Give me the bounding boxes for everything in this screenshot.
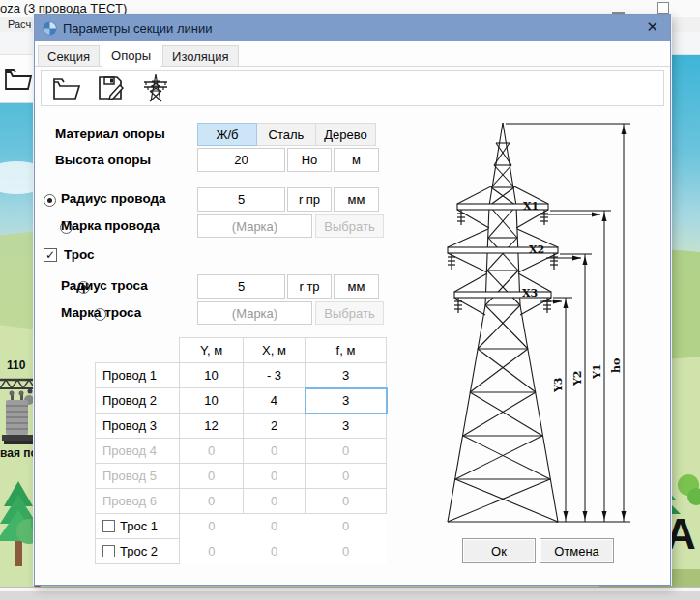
tab-towers[interactable]: Опоры bbox=[102, 43, 160, 67]
parent-window-title: oza (3 провода ТЕСТ) bbox=[0, 1, 127, 15]
cell-x: 0 bbox=[244, 514, 306, 539]
table-row-cable: Трос 1 0 0 0 bbox=[96, 514, 387, 539]
cell-x: 0 bbox=[244, 439, 306, 464]
dim-y1-label: Y1 bbox=[591, 363, 603, 380]
parent-menu-item[interactable]: Расч bbox=[8, 18, 31, 30]
table-row-disabled: Провод 4 0 0 0 bbox=[96, 439, 387, 464]
cell-y[interactable]: 10 bbox=[180, 363, 244, 388]
row-label: Провод 3 bbox=[96, 414, 180, 439]
material-option-concrete[interactable]: Ж/б bbox=[197, 123, 257, 146]
row-label-cable2: Трос 2 bbox=[96, 539, 180, 564]
header-y: Y, м bbox=[180, 338, 244, 363]
tab-insulation[interactable]: Изоляция bbox=[162, 45, 238, 67]
table-row-cable: Трос 2 0 0 0 bbox=[96, 539, 387, 564]
dim-y3-label: Y3 bbox=[552, 377, 565, 393]
cable1-checkbox[interactable] bbox=[102, 520, 115, 532]
save-button[interactable] bbox=[96, 73, 127, 102]
row-label: Провод 1 bbox=[96, 363, 180, 388]
cable-brand-input[interactable]: (Марка) bbox=[197, 301, 312, 325]
table-row: Провод 3 12 2 3 bbox=[96, 414, 387, 439]
dialog-section-parameters: Параметры секции линии ✕ Секция Опоры Из… bbox=[34, 14, 671, 586]
dim-x2-label: X2 bbox=[529, 243, 544, 256]
row-label-cable1: Трос 1 bbox=[96, 514, 180, 539]
wire-radius-input[interactable]: 5 bbox=[197, 187, 285, 212]
cable-checkbox[interactable]: ✓ bbox=[44, 248, 57, 262]
header-f: f, м bbox=[306, 338, 387, 363]
table-row-disabled: Провод 5 0 0 0 bbox=[96, 464, 387, 489]
tab-section[interactable]: Секция bbox=[38, 45, 100, 67]
material-option-steel[interactable]: Сталь bbox=[256, 123, 316, 146]
tower-button[interactable] bbox=[140, 73, 171, 102]
voltage-label: 110 bbox=[7, 358, 25, 372]
cell-f: 0 bbox=[306, 464, 387, 489]
cell-y: 0 bbox=[180, 539, 244, 564]
cell-f: 0 bbox=[306, 489, 387, 514]
row-label: Провод 6 bbox=[96, 489, 180, 514]
wire-radius-label: Радиус провода bbox=[61, 191, 166, 206]
cell-x[interactable]: 2 bbox=[244, 414, 306, 439]
dialog-title: Параметры секции линии bbox=[63, 21, 212, 36]
cable-checkbox-label: Трос bbox=[64, 247, 95, 262]
parent-side-toolbar bbox=[0, 55, 36, 103]
wire-radius-radio[interactable] bbox=[44, 194, 56, 207]
open-project-icon[interactable] bbox=[4, 65, 33, 92]
maximize-icon[interactable] bbox=[657, 2, 669, 14]
table-row: Провод 1 10 - 3 3 bbox=[96, 363, 387, 388]
table-header-row: Y, м X, м f, м bbox=[96, 338, 387, 363]
cable-radius-unit: мм bbox=[334, 274, 379, 299]
wire-brand-input[interactable]: (Марка) bbox=[197, 214, 312, 238]
ok-button[interactable]: Ок bbox=[462, 538, 536, 563]
cell-f: 0 bbox=[306, 539, 387, 564]
material-segmented: Ж/б Сталь Дерево bbox=[198, 123, 376, 146]
cell-x: 0 bbox=[244, 464, 306, 489]
dim-ho-label: ho bbox=[610, 358, 623, 373]
header-blank bbox=[96, 338, 180, 363]
header-x: X, м bbox=[244, 338, 306, 363]
cable-radius-input[interactable]: 5 bbox=[197, 274, 285, 299]
dialog-icon bbox=[43, 21, 57, 36]
cell-y: 0 bbox=[180, 464, 244, 489]
close-icon[interactable]: ✕ bbox=[646, 18, 658, 36]
tower-icon bbox=[143, 73, 168, 102]
cell-f[interactable]: 3 bbox=[306, 414, 387, 439]
cell-y: 0 bbox=[180, 439, 244, 464]
cable-brand-label: Марка троса bbox=[61, 305, 141, 320]
wire-brand-select-button[interactable]: Выбрать bbox=[315, 214, 384, 238]
height-label: Высота опоры bbox=[55, 153, 151, 167]
height-symbol: Но bbox=[287, 148, 332, 172]
cable-radius-label: Радиус троса bbox=[61, 278, 148, 293]
cell-y: 0 bbox=[180, 514, 244, 539]
cell-x[interactable]: - 3 bbox=[244, 363, 306, 388]
tab-bar: Секция Опоры Изоляция bbox=[38, 43, 241, 67]
open-button[interactable] bbox=[51, 73, 82, 102]
row-label: Провод 5 bbox=[96, 464, 180, 489]
row-label: Провод 4 bbox=[96, 439, 180, 464]
cable2-checkbox[interactable] bbox=[102, 545, 115, 557]
dim-x1-label: X1 bbox=[523, 200, 539, 213]
cell-y[interactable]: 12 bbox=[180, 414, 244, 439]
cell-y[interactable]: 10 bbox=[180, 388, 244, 414]
cell-x[interactable]: 4 bbox=[244, 388, 306, 414]
cell-f: 0 bbox=[306, 439, 387, 464]
cable-radius-symbol: r тр bbox=[287, 274, 332, 299]
coordinates-table: Y, м X, м f, м Провод 1 10 - 3 3 Провод … bbox=[95, 337, 388, 564]
cable1-label: Трос 1 bbox=[120, 519, 158, 533]
cell-f[interactable]: 3 bbox=[306, 363, 387, 388]
cancel-button[interactable]: Отмена bbox=[540, 538, 614, 563]
dialog-titlebar[interactable]: Параметры секции линии ✕ bbox=[35, 15, 670, 41]
table-row: Провод 2 10 4 3 bbox=[96, 388, 387, 414]
transformer-icon bbox=[2, 390, 37, 448]
wire-brand-label: Марка провода bbox=[61, 218, 160, 233]
cell-x: 0 bbox=[244, 489, 306, 514]
material-option-wood[interactable]: Дерево bbox=[315, 123, 376, 146]
wire-radius-unit: мм bbox=[334, 187, 379, 212]
cable2-label: Трос 2 bbox=[120, 544, 158, 558]
height-unit: м bbox=[334, 148, 379, 172]
cable-brand-select-button[interactable]: Выбрать bbox=[315, 301, 384, 325]
statusbar bbox=[0, 591, 700, 600]
dialog-toolbar bbox=[41, 70, 664, 106]
cell-f: 0 bbox=[306, 514, 387, 539]
tower-diagram: X1 X2 X3 Y3 Y2 Y1 ho bbox=[440, 112, 677, 529]
cell-f-focused[interactable]: 3 bbox=[306, 388, 387, 414]
height-input[interactable]: 20 bbox=[197, 148, 285, 172]
